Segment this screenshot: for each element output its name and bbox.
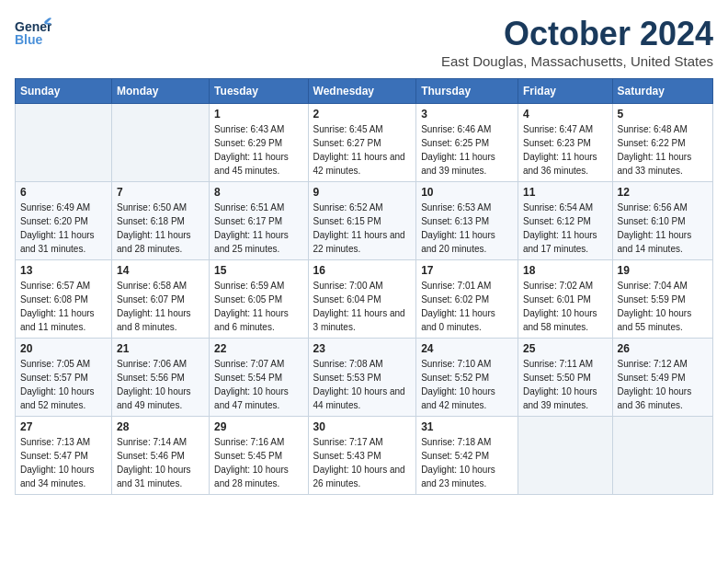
- day-info: Sunrise: 7:08 AM Sunset: 5:53 PM Dayligh…: [313, 357, 412, 412]
- day-number: 29: [214, 420, 302, 433]
- day-info: Sunrise: 7:18 AM Sunset: 5:42 PM Dayligh…: [421, 435, 513, 490]
- calendar-week-row: 27 Sunrise: 7:13 AM Sunset: 5:47 PM Dayl…: [16, 417, 713, 495]
- day-info: Sunrise: 7:13 AM Sunset: 5:47 PM Dayligh…: [20, 435, 107, 490]
- sunrise-text: Sunrise: 7:00 AM: [313, 279, 412, 293]
- calendar-cell: 24 Sunrise: 7:10 AM Sunset: 5:52 PM Dayl…: [416, 339, 518, 417]
- sunset-text: Sunset: 5:45 PM: [214, 449, 302, 463]
- weekday-header: Friday: [518, 79, 612, 104]
- day-info: Sunrise: 6:46 AM Sunset: 6:25 PM Dayligh…: [421, 122, 513, 178]
- daylight-text: Daylight: 11 hours and 11 minutes.: [20, 306, 107, 334]
- svg-text:Blue: Blue: [15, 32, 43, 47]
- calendar-cell: 30 Sunrise: 7:17 AM Sunset: 5:43 PM Dayl…: [308, 417, 416, 495]
- day-info: Sunrise: 6:53 AM Sunset: 6:13 PM Dayligh…: [421, 201, 513, 256]
- sunset-text: Sunset: 5:42 PM: [421, 449, 513, 463]
- sunset-text: Sunset: 6:05 PM: [214, 293, 302, 306]
- day-info: Sunrise: 6:48 AM Sunset: 6:22 PM Dayligh…: [618, 122, 708, 178]
- sunrise-text: Sunrise: 6:58 AM: [117, 279, 204, 293]
- daylight-text: Daylight: 11 hours and 36 minutes.: [523, 150, 608, 178]
- daylight-text: Daylight: 10 hours and 49 minutes.: [117, 385, 204, 412]
- sunrise-text: Sunrise: 6:53 AM: [421, 201, 513, 214]
- calendar-cell: 31 Sunrise: 7:18 AM Sunset: 5:42 PM Dayl…: [416, 417, 518, 495]
- day-number: 22: [214, 342, 302, 355]
- daylight-text: Daylight: 10 hours and 42 minutes.: [421, 385, 513, 412]
- calendar-cell: 26 Sunrise: 7:12 AM Sunset: 5:49 PM Dayl…: [612, 339, 712, 417]
- daylight-text: Daylight: 11 hours and 42 minutes.: [313, 150, 412, 178]
- daylight-text: Daylight: 10 hours and 31 minutes.: [117, 463, 204, 490]
- day-number: 26: [618, 342, 708, 355]
- calendar-cell: 20 Sunrise: 7:05 AM Sunset: 5:57 PM Dayl…: [16, 339, 112, 417]
- sunset-text: Sunset: 6:15 PM: [313, 214, 412, 228]
- sunset-text: Sunset: 6:02 PM: [421, 293, 513, 306]
- calendar-cell: 18 Sunrise: 7:02 AM Sunset: 6:01 PM Dayl…: [518, 260, 612, 339]
- weekday-header: Thursday: [416, 79, 518, 104]
- day-info: Sunrise: 6:58 AM Sunset: 6:07 PM Dayligh…: [117, 279, 204, 334]
- day-number: 15: [214, 264, 302, 277]
- sunset-text: Sunset: 6:25 PM: [421, 136, 513, 150]
- sunrise-text: Sunrise: 7:04 AM: [618, 279, 708, 293]
- sunrise-text: Sunrise: 7:05 AM: [20, 357, 107, 371]
- daylight-text: Daylight: 10 hours and 26 minutes.: [313, 463, 412, 490]
- calendar-cell: 7 Sunrise: 6:50 AM Sunset: 6:18 PM Dayli…: [112, 182, 210, 260]
- month-title: October 2024: [441, 15, 713, 53]
- daylight-text: Daylight: 11 hours and 8 minutes.: [117, 306, 204, 334]
- sunrise-text: Sunrise: 7:02 AM: [523, 279, 608, 293]
- sunrise-text: Sunrise: 7:16 AM: [214, 435, 302, 449]
- calendar-cell: 13 Sunrise: 6:57 AM Sunset: 6:08 PM Dayl…: [16, 260, 112, 339]
- sunrise-text: Sunrise: 7:14 AM: [117, 435, 204, 449]
- day-number: 8: [214, 186, 302, 199]
- calendar-cell: 9 Sunrise: 6:52 AM Sunset: 6:15 PM Dayli…: [308, 182, 416, 260]
- daylight-text: Daylight: 11 hours and 33 minutes.: [618, 150, 708, 178]
- sunset-text: Sunset: 5:47 PM: [20, 449, 107, 463]
- day-number: 30: [313, 420, 412, 433]
- sunrise-text: Sunrise: 7:08 AM: [313, 357, 412, 371]
- sunset-text: Sunset: 5:52 PM: [421, 371, 513, 385]
- day-number: 18: [523, 264, 608, 277]
- weekday-header: Sunday: [16, 79, 112, 104]
- calendar-cell: 12 Sunrise: 6:56 AM Sunset: 6:10 PM Dayl…: [612, 182, 712, 260]
- daylight-text: Daylight: 10 hours and 39 minutes.: [523, 385, 608, 412]
- sunset-text: Sunset: 5:56 PM: [117, 371, 204, 385]
- sunset-text: Sunset: 6:20 PM: [20, 214, 107, 228]
- calendar-cell: [16, 104, 112, 182]
- sunset-text: Sunset: 6:17 PM: [214, 214, 302, 228]
- sunset-text: Sunset: 5:50 PM: [523, 371, 608, 385]
- day-number: 14: [117, 264, 204, 277]
- calendar-table: SundayMondayTuesdayWednesdayThursdayFrid…: [15, 78, 713, 495]
- sunrise-text: Sunrise: 7:01 AM: [421, 279, 513, 293]
- day-number: 9: [313, 186, 412, 199]
- sunset-text: Sunset: 5:59 PM: [618, 293, 708, 306]
- day-number: 25: [523, 342, 608, 355]
- sunrise-text: Sunrise: 7:18 AM: [421, 435, 513, 449]
- daylight-text: Daylight: 11 hours and 17 minutes.: [523, 228, 608, 256]
- calendar-cell: 19 Sunrise: 7:04 AM Sunset: 5:59 PM Dayl…: [612, 260, 712, 339]
- day-number: 11: [523, 186, 608, 199]
- daylight-text: Daylight: 11 hours and 45 minutes.: [214, 150, 302, 178]
- calendar-cell: [518, 417, 612, 495]
- day-info: Sunrise: 6:56 AM Sunset: 6:10 PM Dayligh…: [618, 201, 708, 256]
- day-number: 24: [421, 342, 513, 355]
- calendar-cell: 10 Sunrise: 6:53 AM Sunset: 6:13 PM Dayl…: [416, 182, 518, 260]
- day-number: 4: [523, 108, 608, 121]
- day-number: 5: [618, 108, 708, 121]
- day-number: 13: [20, 264, 107, 277]
- day-info: Sunrise: 6:57 AM Sunset: 6:08 PM Dayligh…: [20, 279, 107, 334]
- day-info: Sunrise: 7:16 AM Sunset: 5:45 PM Dayligh…: [214, 435, 302, 490]
- day-info: Sunrise: 6:51 AM Sunset: 6:17 PM Dayligh…: [214, 201, 302, 256]
- calendar-cell: 21 Sunrise: 7:06 AM Sunset: 5:56 PM Dayl…: [112, 339, 210, 417]
- calendar-cell: 28 Sunrise: 7:14 AM Sunset: 5:46 PM Dayl…: [112, 417, 210, 495]
- day-info: Sunrise: 7:05 AM Sunset: 5:57 PM Dayligh…: [20, 357, 107, 412]
- calendar-cell: 8 Sunrise: 6:51 AM Sunset: 6:17 PM Dayli…: [210, 182, 308, 260]
- sunset-text: Sunset: 5:57 PM: [20, 371, 107, 385]
- daylight-text: Daylight: 10 hours and 47 minutes.: [214, 385, 302, 412]
- sunset-text: Sunset: 6:13 PM: [421, 214, 513, 228]
- day-info: Sunrise: 7:07 AM Sunset: 5:54 PM Dayligh…: [214, 357, 302, 412]
- sunrise-text: Sunrise: 7:10 AM: [421, 357, 513, 371]
- daylight-text: Daylight: 10 hours and 58 minutes.: [523, 306, 608, 334]
- sunrise-text: Sunrise: 7:12 AM: [618, 357, 708, 371]
- sunset-text: Sunset: 6:12 PM: [523, 214, 608, 228]
- calendar-week-row: 6 Sunrise: 6:49 AM Sunset: 6:20 PM Dayli…: [16, 182, 713, 260]
- calendar-cell: 25 Sunrise: 7:11 AM Sunset: 5:50 PM Dayl…: [518, 339, 612, 417]
- calendar-cell: 4 Sunrise: 6:47 AM Sunset: 6:23 PM Dayli…: [518, 104, 612, 182]
- sunset-text: Sunset: 6:22 PM: [618, 136, 708, 150]
- day-number: 21: [117, 342, 204, 355]
